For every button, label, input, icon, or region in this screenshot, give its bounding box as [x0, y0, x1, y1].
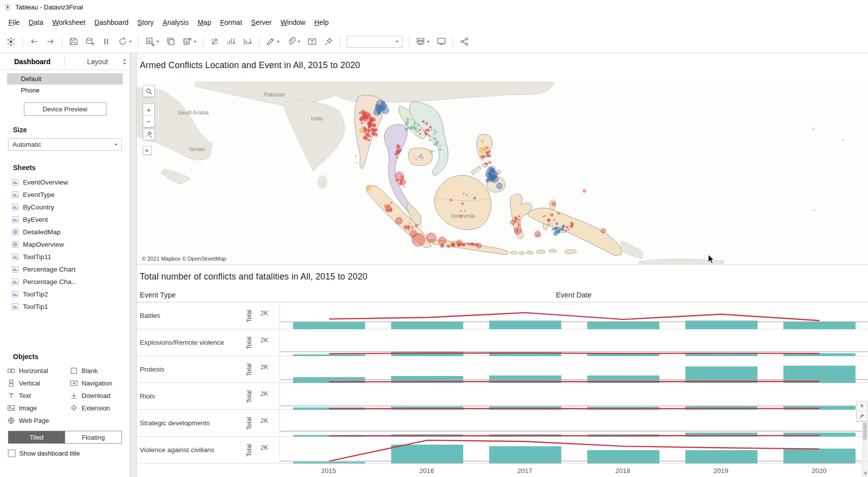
remove-card-button[interactable]: ✕ [857, 401, 867, 411]
menu-item-format[interactable]: Format [215, 18, 246, 26]
object-navigation[interactable]: Navigation [70, 377, 130, 389]
menu-item-dashboard[interactable]: Dashboard [90, 18, 133, 26]
highlight-icon[interactable] [266, 37, 280, 46]
download-icon [70, 392, 78, 399]
y-axis-tick: 2K [261, 444, 268, 451]
sheet-item-eventoverview[interactable]: EventOverview [0, 176, 130, 189]
row-plot[interactable] [280, 356, 868, 382]
show-cards-icon[interactable] [416, 37, 430, 46]
sort-descending-icon[interactable] [243, 37, 252, 46]
menu-item-data[interactable]: Data [24, 18, 48, 26]
sheet-item-byevent[interactable]: ByEvent [0, 213, 130, 226]
object-horizontal[interactable]: Horizontal [7, 365, 70, 377]
row-label-area: RiotsTotal2K [137, 383, 280, 409]
object-download[interactable]: Download [70, 389, 130, 402]
menu-item-window[interactable]: Window [276, 18, 310, 26]
device-item-phone[interactable]: Phone [7, 85, 123, 96]
pin-icon[interactable] [324, 37, 333, 46]
swap-axes-icon[interactable] [210, 37, 219, 46]
sheet-item-detailedmap[interactable]: DetailedMap [0, 226, 130, 238]
chart-row-5: Strategic developmentsTotal2K [137, 410, 868, 437]
show-dashboard-title-checkbox[interactable] [8, 450, 15, 457]
auto-updates-icon[interactable] [118, 37, 132, 46]
text-label-icon[interactable] [307, 37, 317, 46]
sheet-item-tooltip11[interactable]: ToolTip11 [0, 251, 130, 263]
floating-button[interactable]: Floating [65, 431, 121, 443]
map-search-button[interactable] [143, 85, 155, 97]
clear-sheet-icon[interactable] [183, 37, 196, 46]
x-axis-label: 2019 [672, 464, 770, 475]
menu-item-map[interactable]: Map [193, 18, 215, 26]
object-blank[interactable]: Blank [70, 365, 130, 377]
map-reset-pin-button[interactable] [143, 128, 155, 140]
object-extension[interactable]: Extension [70, 402, 130, 414]
zoom-in-button[interactable]: + [143, 104, 154, 115]
menu-item-story[interactable]: Story [133, 18, 158, 26]
object-vertical[interactable]: Vertical [7, 377, 70, 389]
card-controls: ✕ [856, 401, 868, 422]
menu-item-server[interactable]: Server [247, 18, 276, 26]
x-axis-label: 2016 [378, 464, 476, 475]
tab-dashboard[interactable]: Dashboard [0, 58, 65, 66]
sort-ascending-icon[interactable] [226, 37, 236, 46]
tab-layout[interactable]: Layout [65, 58, 130, 66]
object-web-page[interactable]: Web Page [7, 414, 70, 427]
sheet-item-percentage-chart[interactable]: Percentage Chart [0, 263, 130, 276]
share-icon[interactable] [460, 37, 469, 46]
device-item-default[interactable]: Default [7, 73, 123, 85]
pin-card-button[interactable] [857, 411, 867, 421]
tableau-app-icon [4, 3, 11, 11]
presentation-icon[interactable] [437, 37, 446, 46]
chevron-down-icon [277, 41, 280, 43]
row-plot[interactable] [280, 383, 868, 409]
object-text[interactable]: Text [7, 389, 70, 402]
row-plot[interactable] [280, 437, 868, 463]
redo-icon[interactable] [46, 37, 55, 46]
image-icon [7, 404, 15, 412]
pause-updates-icon[interactable] [101, 37, 111, 46]
map-controls-expand-button[interactable]: ▶ [143, 146, 152, 155]
chart-title: Total number of conflicts and fatalities… [140, 272, 868, 282]
size-dropdown[interactable]: Automatic [8, 138, 122, 151]
x-axis-label: 2020 [770, 464, 868, 475]
sheet-item-eventtype[interactable]: EventType [0, 189, 130, 201]
duplicate-icon[interactable] [166, 37, 176, 46]
chart-sheet-icon [12, 254, 18, 260]
row-plot[interactable] [280, 410, 868, 436]
toolbar-separator [453, 36, 453, 48]
scroll-down-button[interactable] [863, 470, 868, 477]
chevron-down-icon [297, 41, 300, 43]
main-area: Armed Conflicts Location and Event in Al… [130, 53, 868, 477]
tableau-logo-icon[interactable] [6, 37, 16, 47]
vertical-scrollbar[interactable] [862, 422, 868, 477]
object-image[interactable]: Image [7, 402, 70, 414]
menu-item-help[interactable]: Help [310, 18, 333, 26]
menu-item-worksheet[interactable]: Worksheet [48, 18, 90, 26]
menu-item-file[interactable]: File [4, 18, 24, 26]
save-icon[interactable] [69, 37, 78, 46]
sheet-item-bycountry[interactable]: ByCountry [0, 201, 130, 213]
undo-icon[interactable] [29, 37, 39, 46]
sheet-item-tooltip2[interactable]: ToolTip2 [0, 288, 130, 300]
new-data-source-icon[interactable] [85, 37, 95, 46]
fit-dropdown[interactable] [347, 36, 402, 48]
sheet-item-mapoverview[interactable]: MapOverview [0, 238, 130, 251]
web-page-icon [7, 417, 15, 424]
row-axis-label: Total [245, 410, 253, 437]
map-viewport[interactable]: Saudi ArabiaYemenPakistanIndiaIndonesia … [137, 82, 868, 265]
show-dashboard-title-label: Show dashboard title [19, 450, 80, 457]
sheet-item-tooltip1[interactable]: ToolTip1 [0, 300, 130, 313]
menu-item-analysis[interactable]: Analysis [158, 18, 193, 26]
scrollbar-thumb[interactable] [863, 423, 867, 440]
row-axis-label: Total [245, 302, 253, 329]
device-preview-button[interactable]: Device Preview [24, 102, 106, 116]
row-plot[interactable] [280, 302, 868, 329]
pane-resize-icon[interactable] [122, 59, 127, 66]
tiled-button[interactable]: Tiled [8, 431, 65, 443]
sheet-item-percentage-cha-[interactable]: Percentage Cha... [0, 276, 130, 288]
horizontal-icon [7, 367, 15, 375]
new-worksheet-icon[interactable] [145, 37, 159, 46]
row-plot[interactable] [280, 329, 868, 356]
zoom-out-button[interactable]: − [143, 115, 154, 127]
paperclip-icon[interactable] [287, 37, 300, 46]
